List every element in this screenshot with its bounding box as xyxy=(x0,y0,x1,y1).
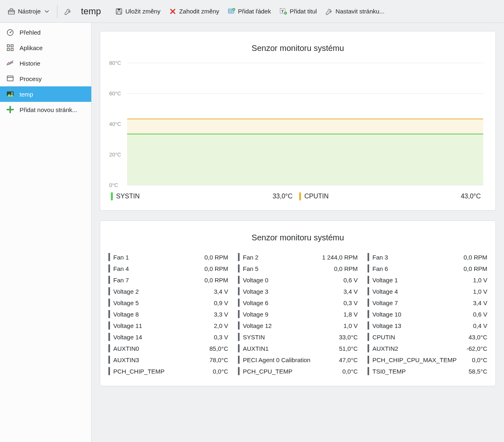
tools-menu-button[interactable]: Nástroje xyxy=(3,5,55,18)
sensor-row: Voltage 23,4 V xyxy=(108,286,228,296)
legend-chip xyxy=(111,192,113,200)
svg-rect-4 xyxy=(117,11,121,14)
plus-icon xyxy=(6,105,15,114)
chart-plot: 0°C20°C40°C60°C80°C xyxy=(127,63,483,185)
sidebar-item-label: Přidat novou stránk... xyxy=(20,106,77,113)
sensor-grid: Fan 10,0 RPMFan 21 244,0 RPMFan 30,0 RPM… xyxy=(108,252,487,376)
sensor-value: 47,0°C xyxy=(339,356,358,363)
sensor-label: Fan 2 xyxy=(243,254,319,261)
svg-rect-17 xyxy=(11,45,13,47)
sensor-row: Voltage 121,0 V xyxy=(238,321,358,330)
sensor-value: 0,0°C xyxy=(472,356,487,363)
sidebar: Přehled Aplikace Historie Procesy temp xyxy=(0,23,92,442)
sidebar-item-temp[interactable]: temp xyxy=(0,86,91,102)
legend-label: CPUTIN xyxy=(304,193,458,200)
sensor-chip xyxy=(368,321,369,330)
sensor-row: Voltage 11,0 V xyxy=(368,275,487,285)
configure-button[interactable]: Nastavit stránku... xyxy=(321,5,389,18)
chart-series-line xyxy=(127,119,483,119)
sensor-value: 58,5°C xyxy=(469,368,487,375)
sensor-chip xyxy=(108,264,110,273)
sensor-chip xyxy=(108,299,110,307)
sensor-label: AUXTIN2 xyxy=(372,345,463,352)
sensor-label: Voltage 3 xyxy=(243,288,340,295)
chart-ytick-label: 60°C xyxy=(109,90,121,97)
sensor-row: Fan 30,0 RPM xyxy=(368,252,487,262)
chart-gridline xyxy=(127,63,483,63)
sensor-row: Voltage 140,3 V xyxy=(108,332,228,342)
sidebar-item-applications[interactable]: Aplikace xyxy=(0,40,91,55)
legend-chip xyxy=(299,192,301,200)
chart-title: Senzor monitoru systému xyxy=(108,44,487,53)
sidebar-item-add-page[interactable]: Přidat novou stránk... xyxy=(0,102,91,117)
legend-item: CPUTIN43,0°C xyxy=(299,192,487,200)
apps-icon xyxy=(6,43,15,52)
sensor-row: AUXTIN378,0°C xyxy=(108,355,228,365)
add-row-button[interactable]: Přidat řádek xyxy=(223,5,275,18)
save-button[interactable]: Uložit změny xyxy=(111,5,165,18)
sensor-label: Fan 4 xyxy=(113,265,201,272)
svg-rect-16 xyxy=(7,45,10,47)
sensor-chip xyxy=(108,356,110,364)
tools-label: Nástroje xyxy=(18,8,41,15)
add-title-button[interactable]: T Přidat titul xyxy=(275,5,321,18)
sensor-value: 2,0 V xyxy=(214,322,228,329)
sensor-value: 0,6 V xyxy=(343,277,358,284)
sensor-value: 0,0 RPM xyxy=(205,254,228,261)
table-add-icon xyxy=(227,7,235,15)
sensor-row: Voltage 50,9 V xyxy=(108,298,228,308)
sensor-chip xyxy=(108,333,110,341)
sensor-chip xyxy=(368,333,369,341)
sensor-row: Voltage 112,0 V xyxy=(108,321,228,330)
discard-button[interactable]: Zahodit změny xyxy=(165,5,223,18)
chart-card: Senzor monitoru systému 0°C20°C40°C60°C8… xyxy=(100,31,496,211)
sensor-label: AUXTIN1 xyxy=(243,345,336,352)
sensor-chip xyxy=(238,310,240,318)
sensor-value: 33,0°C xyxy=(339,334,358,341)
sidebar-item-history[interactable]: Historie xyxy=(0,55,91,71)
sensor-panel-title: Senzor monitoru systému xyxy=(108,233,487,242)
sensor-label: Voltage 6 xyxy=(243,299,340,306)
sidebar-item-label: Procesy xyxy=(20,75,42,82)
sensor-row: Fan 50,0 RPM xyxy=(238,264,358,273)
sensor-value: 3,3 V xyxy=(214,311,228,318)
sensor-row: SYSTIN33,0°C xyxy=(238,332,358,342)
discard-icon xyxy=(169,7,177,15)
page-title: temp xyxy=(76,6,111,17)
sensor-chip xyxy=(238,321,240,330)
sensor-label: Voltage 13 xyxy=(372,322,470,329)
sensor-chip xyxy=(368,356,369,364)
sensor-chip xyxy=(368,276,369,284)
sidebar-item-overview[interactable]: Přehled xyxy=(0,24,91,40)
sensor-label: Fan 1 xyxy=(113,254,201,261)
sensor-value: -62,0°C xyxy=(467,345,487,352)
sidebar-item-label: temp xyxy=(20,91,33,98)
sensor-value: 3,4 V xyxy=(473,299,487,306)
wrench-button[interactable] xyxy=(60,5,76,18)
sensor-row: PCH_CHIP_TEMP0,0°C xyxy=(108,366,228,376)
sidebar-item-label: Přehled xyxy=(20,29,41,36)
sensor-chip xyxy=(238,367,240,375)
add-row-label: Přidat řádek xyxy=(238,8,271,15)
svg-rect-20 xyxy=(7,76,13,81)
sensor-value: 3,4 V xyxy=(214,288,228,295)
chevron-down-icon xyxy=(43,8,51,15)
sensor-row: Voltage 33,4 V xyxy=(238,286,358,296)
legend-item: SYSTIN33,0°C xyxy=(111,192,299,200)
chart-ytick-label: 0°C xyxy=(109,182,118,188)
sensor-value: 0,0 RPM xyxy=(205,277,228,284)
sensor-chip xyxy=(368,264,369,273)
sensor-row: Voltage 73,4 V xyxy=(368,298,487,308)
chart-gridline xyxy=(127,185,483,185)
sensor-value: 0,3 V xyxy=(343,299,358,306)
sensor-label: Voltage 9 xyxy=(243,311,340,318)
sensor-row: Voltage 100,6 V xyxy=(368,309,487,319)
sensor-chip xyxy=(238,344,240,352)
sensor-row: Voltage 91,8 V xyxy=(238,309,358,319)
sidebar-item-processes[interactable]: Procesy xyxy=(0,71,91,86)
sensor-label: Voltage 7 xyxy=(372,299,470,306)
sensor-label: CPUTIN xyxy=(372,334,465,341)
sensor-label: Fan 5 xyxy=(243,265,331,272)
sensor-chip xyxy=(108,276,110,284)
sensor-row: AUXTIN151,0°C xyxy=(238,343,358,353)
